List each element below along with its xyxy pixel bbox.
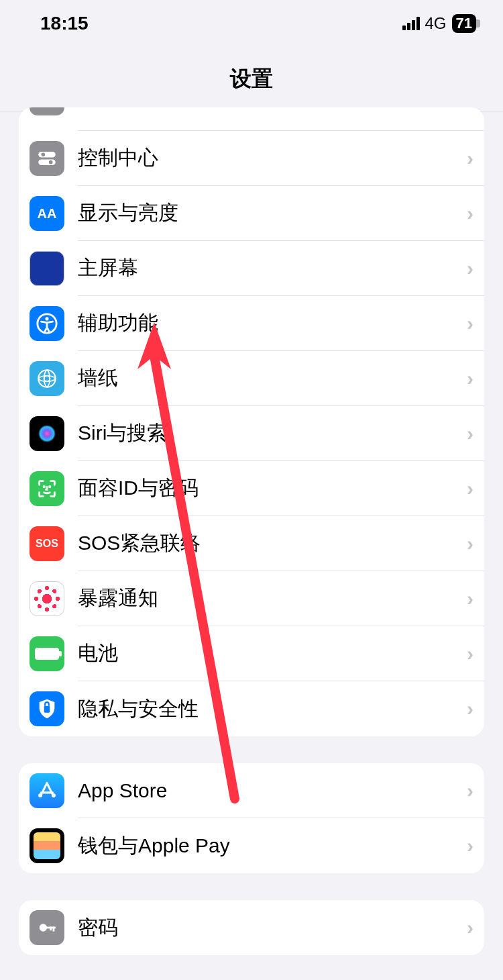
svg-point-14: [40, 924, 47, 931]
chevron-right-icon: ›: [467, 367, 473, 390]
exposure-icon: [30, 581, 64, 616]
settings-row-accessibility[interactable]: 辅助功能 ›: [19, 296, 484, 351]
chevron-right-icon: ›: [467, 916, 473, 939]
chevron-right-icon: ›: [467, 312, 473, 335]
svg-point-3: [49, 160, 53, 164]
sos-icon: SOS: [30, 526, 64, 561]
svg-point-12: [40, 795, 42, 797]
partial-icon: [30, 107, 64, 115]
settings-row-home-screen[interactable]: 主屏幕 ›: [19, 241, 484, 296]
siri-icon: [30, 416, 64, 451]
settings-row-face-id[interactable]: 面容ID与密码 ›: [19, 461, 484, 516]
settings-row-label: 电池: [78, 640, 467, 667]
svg-point-9: [44, 486, 44, 487]
signal-icon: [402, 17, 420, 30]
settings-row-label: 控制中心: [78, 144, 467, 172]
settings-row-sos[interactable]: SOS SOS紧急联络 ›: [19, 516, 484, 571]
face-id-icon: [30, 471, 64, 506]
home-screen-icon: [30, 251, 64, 286]
status-indicators: 4G 71: [402, 14, 477, 33]
accessibility-icon: [30, 306, 64, 341]
svg-rect-17: [50, 927, 52, 931]
settings-row-exposure[interactable]: 暴露通知 ›: [19, 571, 484, 626]
settings-row-label: Siri与搜索: [78, 420, 467, 447]
settings-row-privacy[interactable]: 隐私与安全性 ›: [19, 681, 484, 736]
svg-point-8: [38, 425, 56, 442]
svg-point-6: [44, 376, 50, 382]
chevron-right-icon: ›: [467, 834, 473, 857]
wallet-icon: [30, 828, 64, 863]
privacy-icon: [30, 691, 64, 726]
page-title: 设置: [230, 64, 273, 94]
battery-icon: [30, 636, 64, 671]
chevron-right-icon: ›: [467, 202, 473, 225]
settings-group-3: 密码 ›: [19, 900, 484, 955]
battery-indicator: 71: [452, 14, 476, 33]
chevron-right-icon: ›: [467, 642, 473, 665]
settings-row-label: 辅助功能: [78, 309, 467, 337]
settings-row-label: 隐私与安全性: [78, 695, 467, 723]
passwords-icon: [30, 910, 64, 945]
chevron-right-icon: ›: [467, 477, 473, 500]
svg-point-5: [45, 317, 48, 320]
settings-row-partial[interactable]: ›: [19, 107, 484, 131]
settings-row-label: 墙纸: [78, 364, 467, 392]
network-label: 4G: [425, 14, 447, 33]
settings-row-label: 显示与亮度: [78, 199, 467, 227]
control-center-icon: [30, 141, 64, 176]
chevron-right-icon: ›: [467, 697, 473, 720]
chevron-right-icon: ›: [467, 779, 473, 802]
svg-point-1: [42, 153, 46, 157]
wallpaper-icon: [30, 361, 64, 396]
settings-row-label: 面容ID与密码: [78, 475, 467, 502]
chevron-right-icon: ›: [467, 147, 473, 170]
settings-row-wallet[interactable]: 钱包与Apple Pay ›: [19, 818, 484, 873]
settings-group-1: › 控制中心 › AA 显示与亮度 ›: [19, 107, 484, 736]
settings-row-display-brightness[interactable]: AA 显示与亮度 ›: [19, 186, 484, 241]
chevron-right-icon: ›: [467, 422, 473, 445]
status-bar: 18:15 4G 71: [0, 0, 503, 47]
svg-point-7: [38, 370, 56, 387]
svg-rect-16: [53, 927, 55, 932]
settings-row-control-center[interactable]: 控制中心 ›: [19, 131, 484, 186]
settings-group-2: App Store › 钱包与Apple Pay ›: [19, 763, 484, 873]
settings-row-siri-search[interactable]: Siri与搜索 ›: [19, 406, 484, 461]
settings-row-label: 钱包与Apple Pay: [78, 832, 467, 860]
display-brightness-icon: AA: [30, 196, 64, 231]
chevron-right-icon: ›: [467, 532, 473, 555]
settings-row-battery[interactable]: 电池 ›: [19, 626, 484, 681]
settings-row-label: 密码: [78, 914, 467, 942]
svg-rect-2: [38, 159, 56, 165]
settings-row-wallpaper[interactable]: 墙纸 ›: [19, 351, 484, 406]
settings-row-label: 暴露通知: [78, 585, 467, 612]
svg-rect-0: [38, 152, 56, 158]
svg-point-13: [53, 795, 55, 797]
status-time: 18:15: [40, 13, 89, 34]
chevron-right-icon: ›: [467, 257, 473, 280]
settings-row-label: App Store: [78, 779, 467, 802]
app-store-icon: [30, 773, 64, 808]
svg-rect-11: [44, 706, 50, 713]
settings-row-label: SOS紧急联络: [78, 530, 467, 557]
nav-header: 设置: [0, 47, 503, 111]
chevron-right-icon: ›: [467, 587, 473, 610]
svg-point-10: [50, 486, 50, 487]
settings-row-app-store[interactable]: App Store ›: [19, 763, 484, 818]
settings-row-passwords[interactable]: 密码 ›: [19, 900, 484, 955]
settings-row-label: 主屏幕: [78, 254, 467, 282]
